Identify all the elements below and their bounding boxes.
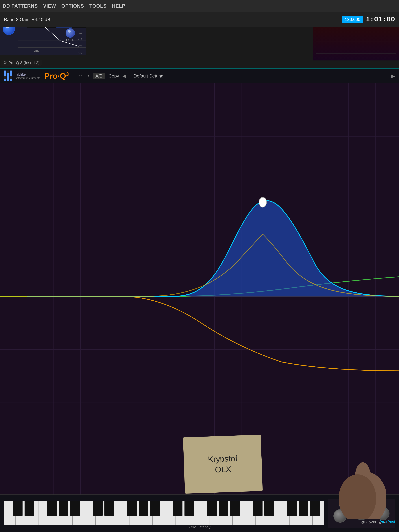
piano-key-black[interactable] [230,501,240,516]
paper-text-line1: Krypstof [208,454,238,464]
redo-btn-q3[interactable]: ↪ [86,73,89,79]
hand-svg [339,452,386,519]
arrow-right-q3[interactable]: ▶ [391,73,395,79]
zero-latency-label: Zero Latency [189,525,210,529]
piano-key-black[interactable] [150,501,160,516]
piano-key-black[interactable] [139,501,148,516]
time-display: 1:01:00 [366,16,395,24]
svg-text:-30: -30 [78,51,82,54]
piano-key-black[interactable] [47,501,57,516]
piano-key-black[interactable] [104,501,114,516]
pro-q3-subtitle: software instruments [15,76,40,80]
pro-q3-header-controls: ↩ ↪ A/B Copy ◀ Default Setting [78,73,164,79]
piano-key-black[interactable] [264,501,274,516]
piano-key-black[interactable] [207,501,217,516]
piano-key-black[interactable] [219,501,228,516]
undo-btn-q3[interactable]: ↩ [78,73,82,79]
pro-q3-logo: fabfilter software instruments [4,70,40,81]
hold-label: HOLD [66,38,74,42]
piano-key-black[interactable] [127,501,137,516]
insert-text: Pro-Q 3 (Insert 2) [8,60,39,65]
svg-text:-12: -12 [78,31,82,34]
menu-help[interactable]: HELP [112,3,125,9]
transport-bar: Band 2 Gain: +4.40 dB 130.000 1:01:00 [0,12,399,27]
paper-text-line2: OLX [215,465,231,474]
svg-point-32 [259,197,266,207]
daw-menu-bar: DD PATTERNS VIEW OPTIONS TOOLS HELP [0,0,399,12]
piano-key-black[interactable] [13,501,23,516]
piano-key-black[interactable] [93,501,102,516]
tempo-display[interactable]: 130.000 [342,16,363,23]
menu-tools[interactable]: TOOLS [89,3,107,9]
ms-label: 0ms [34,49,39,52]
piano-key-black[interactable] [70,501,80,516]
pro-q3-brand: fabfilter [15,72,40,76]
piano-key-black[interactable] [184,501,194,516]
band-gain-info: Band 2 Gain: +4.40 dB [4,17,50,22]
piano-key-black[interactable] [173,501,183,516]
piano-key-black[interactable] [25,501,34,516]
piano-key-black[interactable] [253,501,263,516]
arrow-left-q3[interactable]: ◀ [122,73,126,79]
piano-key-black[interactable] [59,501,68,516]
piano-key-black[interactable] [287,501,297,516]
menu-patterns[interactable]: DD PATTERNS [3,3,38,9]
piano-key-black[interactable] [310,501,320,516]
piano-key-black[interactable] [299,501,308,516]
svg-text:-18: -18 [78,38,82,41]
analyzer-value[interactable]: Pre+Post [380,520,395,524]
hand [339,452,386,519]
paper-note: Krypstof OLX [183,435,263,494]
copy-btn-q3[interactable]: Copy [108,73,119,79]
ab-btn-q3[interactable]: A/B [93,73,105,79]
insert-gear-icon: ⚙ [3,60,7,65]
default-setting-q3: Default Setting [133,73,164,79]
menu-options[interactable]: OPTIONS [61,3,84,9]
svg-text:-24: -24 [78,45,82,48]
pro-q3-header: fabfilter software instruments Pro·Q3 ↩ … [0,69,399,83]
insert-label: ⚙ Pro-Q 3 (Insert 2) [1,60,42,66]
analyzer-label: Analyzer: [362,520,377,524]
piano-keys [4,501,324,526]
pro-q3-name: Pro·Q3 [44,71,69,81]
menu-view[interactable]: VIEW [43,3,56,9]
